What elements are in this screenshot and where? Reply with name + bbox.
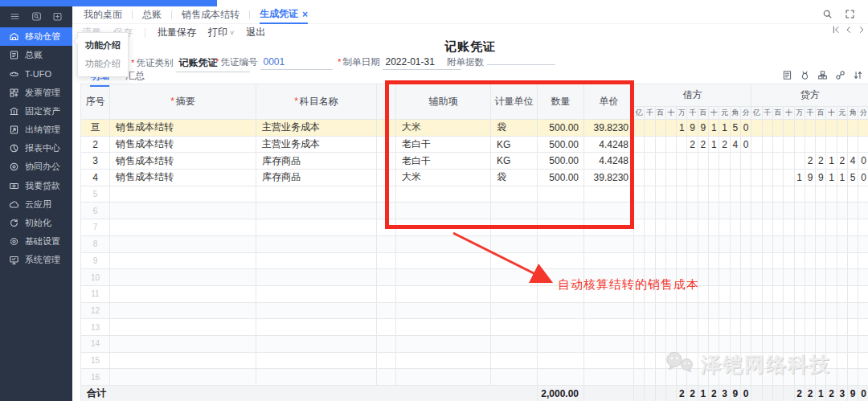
amount-digit-cell[interactable] [698,203,708,219]
amount-digit-cell[interactable] [772,186,783,203]
amount-digit-cell[interactable] [858,285,868,302]
amount-digit-cell[interactable] [784,120,794,137]
voucher-row-empty[interactable]: 16 [81,369,868,386]
amount-digit-cell[interactable] [655,302,665,319]
amount-digit-cell[interactable] [816,120,826,137]
amount-digit-cell[interactable] [784,153,794,170]
amount-digit-cell[interactable] [858,235,868,252]
amount-digit-cell[interactable] [665,219,676,236]
amount-digit-cell[interactable] [740,285,751,302]
cell-qty[interactable]: 500.00 [538,120,584,137]
cell-no[interactable]: 8 [81,235,110,252]
amount-digit-cell[interactable] [634,352,645,369]
amount-digit-cell[interactable] [687,203,698,219]
amount-digit-cell[interactable] [848,203,858,219]
amount-digit-cell[interactable] [784,369,794,386]
amount-digit-cell[interactable] [837,369,847,386]
amount-digit-cell[interactable] [645,219,655,236]
amount-digit-cell[interactable] [794,120,805,137]
sidebar-item-system[interactable]: 系统管理 [0,251,72,269]
sidebar-item-office[interactable]: 协同办公 [0,158,72,176]
amount-digit-cell[interactable] [784,319,794,336]
menu-item-feature-intro[interactable]: 功能介绍 [78,55,128,73]
amount-digit-cell[interactable] [677,335,687,352]
amount-digit-cell[interactable] [687,153,698,170]
amount-digit-cell[interactable] [772,369,783,386]
amount-digit-cell[interactable]: 2 [698,136,708,153]
amount-digit-cell[interactable]: 9 [816,170,826,186]
amount-digit-cell[interactable] [837,203,847,219]
amount-digit-cell[interactable] [762,252,772,269]
amount-digit-cell[interactable]: 9 [698,120,708,137]
amount-digit-cell[interactable] [805,302,815,319]
amount-digit-cell[interactable] [826,335,837,352]
voucher-row[interactable]: 4销售成本结转库存商品大米袋500.0039.82301991150 [81,170,868,186]
cell-unit[interactable]: 袋 [491,170,538,186]
amount-digit-cell[interactable] [719,235,730,252]
amount-digit-cell[interactable]: 1 [837,170,847,186]
cell-no[interactable]: 3 [81,153,110,170]
amount-digit-cell[interactable]: 1 [719,120,730,137]
amount-digit-cell[interactable] [677,235,687,252]
amount-digit-cell[interactable] [762,335,772,352]
amount-digit-cell[interactable] [709,302,719,319]
amount-digit-cell[interactable] [677,319,687,336]
amount-digit-cell[interactable] [826,219,837,236]
cell-no[interactable]: 15 [81,352,110,369]
sidebar-item-loan[interactable]: 我要贷款 [0,177,72,195]
sidebar-item-invoice[interactable]: 发票管理 [0,84,72,102]
amount-digit-cell[interactable]: 2 [687,386,698,401]
amount-digit-cell[interactable] [719,170,730,186]
amount-digit-cell[interactable] [848,235,858,252]
cell-blank[interactable] [377,170,396,186]
amount-digit-cell[interactable] [794,219,805,236]
sidebar-item-ufo[interactable]: T-UFO [0,64,72,83]
amount-digit-cell[interactable] [816,335,826,352]
amount-digit-cell[interactable] [655,170,665,186]
amount-digit-cell[interactable] [719,269,730,286]
amount-digit-cell[interactable] [730,153,740,170]
amount-digit-cell[interactable]: 3 [837,386,847,401]
amount-digit-cell[interactable]: 0 [740,120,751,137]
amount-digit-cell[interactable] [730,170,740,186]
voucher-row-empty[interactable]: 7 [81,219,868,236]
amount-digit-cell[interactable] [826,252,837,269]
amount-digit-cell[interactable] [665,302,676,319]
amount-digit-cell[interactable] [719,186,730,203]
amount-digit-cell[interactable] [837,319,847,336]
amount-digit-cell[interactable]: 2 [805,386,815,401]
amount-digit-cell[interactable]: 2 [677,386,687,401]
toolbar-button-5[interactable]: 退出 [246,26,265,39]
amount-digit-cell[interactable] [751,352,762,369]
amount-digit-cell[interactable] [730,269,740,286]
amount-digit-cell[interactable] [719,285,730,302]
amount-digit-cell[interactable] [719,319,730,336]
amount-digit-cell[interactable] [794,186,805,203]
sort-icon[interactable] [853,70,863,80]
sidebar-item-ledger[interactable]: 总账 [0,46,72,64]
amount-digit-cell[interactable] [858,219,868,236]
new-window-icon[interactable] [52,11,63,22]
amount-digit-cell[interactable] [816,219,826,236]
amount-digit-cell[interactable] [858,136,868,153]
amount-digit-cell[interactable]: 5 [730,120,740,137]
amount-digit-cell[interactable] [751,136,762,153]
sidebar-item-settings[interactable]: 基础设置 [0,232,72,251]
amount-digit-cell[interactable]: 2 [794,386,805,401]
tab-3[interactable]: 销售成本结转 [182,6,240,24]
search-icon[interactable] [822,9,833,19]
amount-digit-cell[interactable] [634,369,645,386]
amount-digit-cell[interactable]: 2 [805,153,815,170]
amount-digit-cell[interactable] [698,319,708,336]
amount-digit-cell[interactable] [645,386,655,401]
amount-digit-cell[interactable] [677,369,687,386]
amount-digit-cell[interactable] [751,186,762,203]
amount-digit-cell[interactable] [772,120,783,137]
amount-digit-cell[interactable] [665,186,676,203]
amount-digit-cell[interactable] [784,170,794,186]
amount-digit-cell[interactable] [634,319,645,336]
amount-digit-cell[interactable] [740,170,751,186]
amount-digit-cell[interactable] [698,369,708,386]
voucher-row[interactable]: 3销售成本结转库存商品老白干KG500.004.4248221240 [81,153,868,170]
amount-digit-cell[interactable] [740,235,751,252]
